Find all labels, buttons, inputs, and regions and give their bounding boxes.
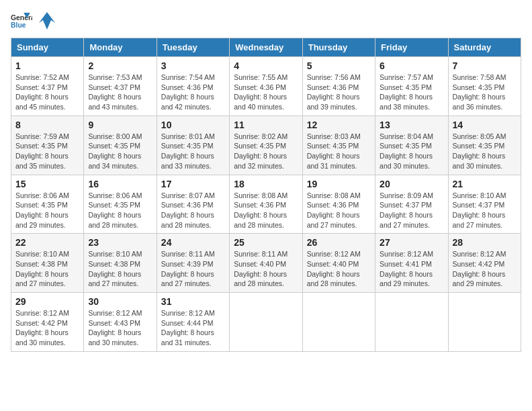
day-number: 5: [307, 60, 371, 71]
day-number: 11: [234, 120, 298, 130]
day-number: 20: [380, 179, 443, 189]
day-info: Sunrise: 8:12 AMSunset: 4:42 PMDaylight:…: [15, 309, 69, 347]
day-info: Sunrise: 8:10 AMSunset: 4:38 PMDaylight:…: [15, 250, 69, 287]
week-row-3: 15 Sunrise: 8:06 AMSunset: 4:35 PMDaylig…: [11, 175, 521, 234]
day-info: Sunrise: 8:03 AMSunset: 4:35 PMDaylight:…: [307, 132, 361, 170]
day-cell: 9 Sunrise: 8:00 AMSunset: 4:35 PMDayligh…: [84, 116, 157, 175]
day-info: Sunrise: 8:06 AMSunset: 4:35 PMDaylight:…: [15, 191, 69, 229]
day-cell: 20 Sunrise: 8:09 AMSunset: 4:37 PMDaylig…: [375, 175, 448, 234]
day-info: Sunrise: 8:05 AMSunset: 4:35 PMDaylight:…: [453, 132, 506, 170]
day-info: Sunrise: 7:57 AMSunset: 4:35 PMDaylight:…: [380, 73, 433, 111]
day-cell: 14 Sunrise: 8:05 AMSunset: 4:35 PMDaylig…: [448, 116, 521, 175]
day-number: 23: [88, 237, 152, 248]
day-cell: 11 Sunrise: 8:02 AMSunset: 4:35 PMDaylig…: [230, 116, 302, 175]
header-sunday: Sunday: [11, 38, 84, 57]
day-number: 25: [234, 237, 298, 248]
day-cell: 18 Sunrise: 8:08 AMSunset: 4:36 PMDaylig…: [230, 175, 302, 234]
day-info: Sunrise: 8:10 AMSunset: 4:38 PMDaylight:…: [88, 250, 142, 287]
day-cell: 29 Sunrise: 8:12 AMSunset: 4:42 PMDaylig…: [11, 293, 84, 352]
day-number: 27: [380, 237, 443, 248]
day-cell: 16 Sunrise: 8:06 AMSunset: 4:35 PMDaylig…: [84, 175, 157, 234]
day-info: Sunrise: 7:54 AMSunset: 4:36 PMDaylight:…: [161, 73, 215, 111]
day-cell: 6 Sunrise: 7:57 AMSunset: 4:35 PMDayligh…: [375, 57, 448, 116]
day-info: Sunrise: 8:01 AMSunset: 4:35 PMDaylight:…: [161, 132, 215, 170]
svg-marker-3: [39, 12, 55, 30]
day-number: 14: [453, 120, 517, 130]
day-number: 21: [453, 179, 517, 189]
day-cell: 31 Sunrise: 8:12 AMSunset: 4:44 PMDaylig…: [157, 293, 229, 352]
day-number: 12: [307, 120, 371, 130]
day-number: 18: [234, 179, 298, 189]
header-row: SundayMondayTuesdayWednesdayThursdayFrid…: [11, 38, 521, 57]
day-cell: 28 Sunrise: 8:12 AMSunset: 4:42 PMDaylig…: [448, 234, 521, 293]
week-row-5: 29 Sunrise: 8:12 AMSunset: 4:42 PMDaylig…: [11, 293, 521, 352]
week-row-2: 8 Sunrise: 7:59 AMSunset: 4:35 PMDayligh…: [11, 116, 521, 175]
day-number: 9: [88, 120, 152, 130]
header-friday: Friday: [375, 38, 448, 57]
day-cell: 13 Sunrise: 8:04 AMSunset: 4:35 PMDaylig…: [375, 116, 448, 175]
svg-text:General: General: [11, 14, 32, 21]
logo-bird-icon: [35, 11, 59, 31]
day-info: Sunrise: 7:52 AMSunset: 4:37 PMDaylight:…: [15, 73, 69, 111]
day-cell: [302, 293, 375, 352]
day-info: Sunrise: 7:56 AMSunset: 4:36 PMDaylight:…: [307, 73, 361, 111]
day-number: 16: [88, 179, 152, 189]
day-number: 24: [161, 237, 225, 248]
header-wednesday: Wednesday: [230, 38, 302, 57]
day-cell: 25 Sunrise: 8:11 AMSunset: 4:40 PMDaylig…: [230, 234, 302, 293]
day-cell: 17 Sunrise: 8:07 AMSunset: 4:36 PMDaylig…: [157, 175, 229, 234]
day-cell: 23 Sunrise: 8:10 AMSunset: 4:38 PMDaylig…: [84, 234, 157, 293]
header-saturday: Saturday: [448, 38, 521, 57]
day-cell: 24 Sunrise: 8:11 AMSunset: 4:39 PMDaylig…: [157, 234, 229, 293]
day-info: Sunrise: 8:09 AMSunset: 4:37 PMDaylight:…: [380, 191, 433, 229]
day-number: 26: [307, 237, 371, 248]
day-cell: [448, 293, 521, 352]
header-tuesday: Tuesday: [157, 38, 229, 57]
day-number: 6: [380, 60, 443, 71]
week-row-1: 1 Sunrise: 7:52 AMSunset: 4:37 PMDayligh…: [11, 57, 521, 116]
day-info: Sunrise: 8:04 AMSunset: 4:35 PMDaylight:…: [380, 132, 433, 170]
day-info: Sunrise: 8:12 AMSunset: 4:41 PMDaylight:…: [380, 250, 433, 287]
day-number: 22: [15, 237, 79, 248]
day-info: Sunrise: 8:12 AMSunset: 4:42 PMDaylight:…: [453, 250, 506, 287]
day-number: 2: [88, 60, 152, 71]
day-cell: 30 Sunrise: 8:12 AMSunset: 4:43 PMDaylig…: [84, 293, 157, 352]
day-cell: 3 Sunrise: 7:54 AMSunset: 4:36 PMDayligh…: [157, 57, 229, 116]
day-number: 3: [161, 60, 225, 71]
header: General Blue: [11, 11, 521, 31]
day-number: 13: [380, 120, 443, 130]
logo: General Blue: [11, 11, 60, 31]
day-info: Sunrise: 8:08 AMSunset: 4:36 PMDaylight:…: [234, 191, 287, 229]
header-monday: Monday: [84, 38, 157, 57]
day-cell: 4 Sunrise: 7:55 AMSunset: 4:36 PMDayligh…: [230, 57, 302, 116]
day-number: 10: [161, 120, 225, 130]
day-cell: 19 Sunrise: 8:08 AMSunset: 4:36 PMDaylig…: [302, 175, 375, 234]
day-info: Sunrise: 8:10 AMSunset: 4:37 PMDaylight:…: [453, 191, 506, 229]
day-info: Sunrise: 7:55 AMSunset: 4:36 PMDaylight:…: [234, 73, 287, 111]
day-cell: 2 Sunrise: 7:53 AMSunset: 4:37 PMDayligh…: [84, 57, 157, 116]
day-number: 17: [161, 179, 225, 189]
day-cell: 21 Sunrise: 8:10 AMSunset: 4:37 PMDaylig…: [448, 175, 521, 234]
day-number: 31: [161, 296, 225, 307]
day-info: Sunrise: 8:12 AMSunset: 4:40 PMDaylight:…: [307, 250, 361, 287]
svg-text:Blue: Blue: [11, 21, 26, 29]
day-number: 28: [453, 237, 517, 248]
day-info: Sunrise: 7:53 AMSunset: 4:37 PMDaylight:…: [88, 73, 142, 111]
day-info: Sunrise: 8:11 AMSunset: 4:39 PMDaylight:…: [161, 250, 215, 287]
day-number: 30: [88, 296, 152, 307]
day-cell: 5 Sunrise: 7:56 AMSunset: 4:36 PMDayligh…: [302, 57, 375, 116]
header-thursday: Thursday: [302, 38, 375, 57]
day-number: 7: [453, 60, 517, 71]
day-number: 19: [307, 179, 371, 189]
day-number: 15: [15, 179, 79, 189]
day-info: Sunrise: 8:12 AMSunset: 4:43 PMDaylight:…: [88, 309, 142, 347]
day-cell: 7 Sunrise: 7:58 AMSunset: 4:35 PMDayligh…: [448, 57, 521, 116]
day-cell: 10 Sunrise: 8:01 AMSunset: 4:35 PMDaylig…: [157, 116, 229, 175]
day-cell: 1 Sunrise: 7:52 AMSunset: 4:37 PMDayligh…: [11, 57, 84, 116]
day-cell: 27 Sunrise: 8:12 AMSunset: 4:41 PMDaylig…: [375, 234, 448, 293]
day-info: Sunrise: 8:12 AMSunset: 4:44 PMDaylight:…: [161, 309, 215, 347]
day-info: Sunrise: 8:06 AMSunset: 4:35 PMDaylight:…: [88, 191, 142, 229]
day-number: 8: [15, 120, 79, 130]
day-cell: 12 Sunrise: 8:03 AMSunset: 4:35 PMDaylig…: [302, 116, 375, 175]
day-cell: [230, 293, 302, 352]
